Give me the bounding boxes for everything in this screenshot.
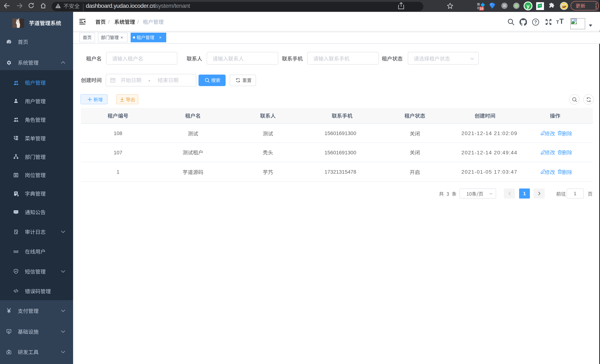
svg-text:y: y [526, 3, 529, 9]
svg-text:10: 10 [480, 7, 483, 10]
svg-text:⌘: ⌘ [502, 4, 506, 8]
svg-text:?: ? [534, 19, 537, 24]
